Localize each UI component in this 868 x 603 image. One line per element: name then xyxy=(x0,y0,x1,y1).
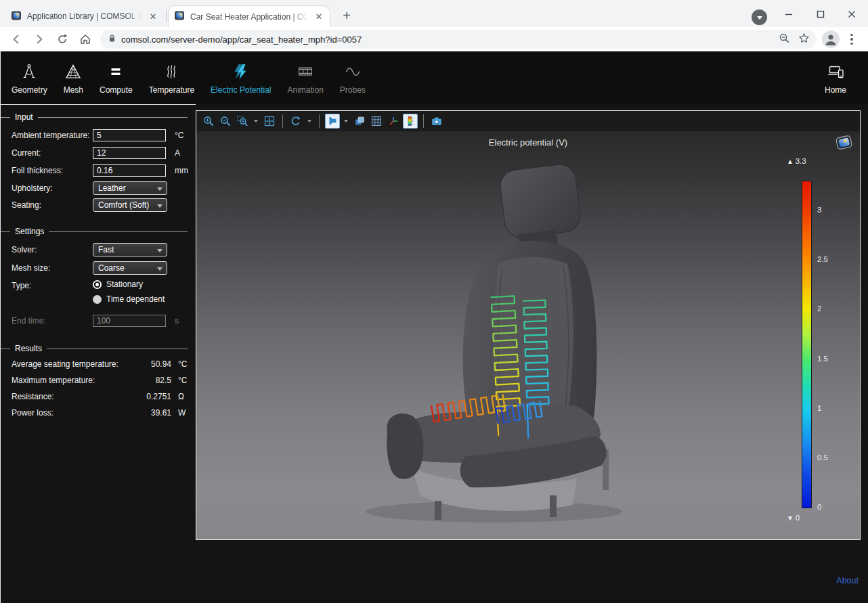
foil-thickness-unit: mm xyxy=(169,166,196,175)
radio-time-dependent[interactable]: Time dependent xyxy=(93,294,196,304)
ribbon-label: Probes xyxy=(340,85,366,95)
back-button[interactable] xyxy=(8,31,24,47)
geometry-compass-icon xyxy=(20,62,38,82)
zoom-box-dropdown-icon[interactable] xyxy=(254,120,258,122)
ambient-temperature-label: Ambient temperature: xyxy=(12,131,93,140)
toolbar-separator xyxy=(423,114,424,128)
graphics-canvas-3d-view[interactable]: Electric potential (V) 3.3 3 2.5 2 1.5 1… xyxy=(196,131,860,539)
reset-view-button[interactable] xyxy=(288,114,303,129)
axis-orientation-button[interactable] xyxy=(386,114,401,129)
result-row-average-temperature: Average seating temperature:50.94°C xyxy=(12,359,192,369)
home-button[interactable] xyxy=(77,31,93,47)
mesh-size-select[interactable]: Coarse xyxy=(93,261,167,275)
current-input[interactable] xyxy=(93,147,166,159)
comsol-favicon-icon xyxy=(174,10,185,23)
ribbon-probes-button: Probes xyxy=(332,58,374,99)
window-close-button[interactable] xyxy=(842,5,862,23)
window-minimize-button[interactable] xyxy=(779,5,799,23)
url-field[interactable]: comsol.com/server-demo/app/car_seat_heat… xyxy=(100,30,817,49)
zoom-out-button[interactable] xyxy=(218,114,233,129)
devices-home-icon xyxy=(825,62,846,82)
colorbar-max-marker: 3.3 xyxy=(787,157,806,165)
lock-icon xyxy=(107,33,117,46)
ribbon-label: Compute xyxy=(100,85,133,95)
transparency-button[interactable] xyxy=(352,114,367,129)
ribbon-label: Geometry xyxy=(12,85,47,95)
result-row-resistance: Resistance:0.2751Ω xyxy=(12,392,192,401)
ribbon-label: Temperature xyxy=(149,85,194,95)
radio-unselected-icon xyxy=(93,295,102,304)
graphics-toolbar xyxy=(196,111,860,131)
tab-car-seat-heater[interactable]: Car Seat Heater Application | CO ✕ xyxy=(168,5,330,27)
colorbar xyxy=(802,181,812,508)
zoom-in-button[interactable] xyxy=(201,114,216,129)
bookmark-star-icon[interactable] xyxy=(798,32,810,47)
toolbar-separator xyxy=(282,114,283,128)
car-seat-3d-model xyxy=(196,131,860,539)
close-tab-icon[interactable]: ✕ xyxy=(313,12,324,22)
chevron-down-icon xyxy=(757,16,762,20)
chevron-down-icon xyxy=(157,267,162,271)
ribbon-geometry-button[interactable]: Geometry xyxy=(3,58,56,99)
ribbon-compute-button[interactable]: Compute xyxy=(91,58,141,99)
comsol-favicon-icon xyxy=(11,10,22,23)
sine-wave-icon xyxy=(344,62,362,82)
snapshot-camera-button[interactable] xyxy=(429,114,444,129)
profile-avatar[interactable] xyxy=(822,30,840,48)
zoom-indicator-icon[interactable] xyxy=(779,32,790,47)
chevron-down-icon xyxy=(157,204,162,208)
ribbon-temperature-button[interactable]: Temperature xyxy=(141,58,202,99)
wireframe-grid-button[interactable] xyxy=(369,114,384,129)
close-tab-icon[interactable]: ✕ xyxy=(148,11,158,22)
window-maximize-button[interactable] xyxy=(810,5,831,23)
compute-equals-icon xyxy=(107,62,125,82)
current-label: Current: xyxy=(12,148,93,158)
ribbon-label: Mesh xyxy=(64,85,83,95)
radio-stationary[interactable]: Stationary xyxy=(93,280,196,289)
zoom-extents-button[interactable] xyxy=(262,114,277,129)
chevron-down-icon xyxy=(157,187,162,191)
ambient-temperature-unit: °C xyxy=(169,131,196,140)
ribbon-label: Electric Potential xyxy=(211,85,271,95)
tab-application-library[interactable]: Application Library | COMSOL Se ✕ xyxy=(5,5,164,27)
result-row-maximum-temperature: Maximum temperature:82.5°C xyxy=(12,376,192,385)
forward-button[interactable] xyxy=(31,31,47,47)
browser-menu-button[interactable] xyxy=(844,31,860,47)
ribbon-home-button[interactable]: Home xyxy=(817,58,854,99)
plot-title: Electric potential (V) xyxy=(196,137,860,148)
ribbon-electric-potential-button[interactable]: Electric Potential xyxy=(202,58,279,99)
url-text: comsol.com/server-demo/app/car_seat_heat… xyxy=(121,35,362,45)
ambient-temperature-input[interactable] xyxy=(93,129,166,141)
seating-label: Seating: xyxy=(12,200,93,210)
about-link[interactable]: About xyxy=(836,576,859,585)
app-ribbon: Geometry Mesh Compute Temperature Electr… xyxy=(1,51,868,104)
tab-title: Car Seat Heater Application | CO xyxy=(190,12,308,22)
tab-search-button[interactable] xyxy=(752,9,767,25)
new-tab-button[interactable]: + xyxy=(337,6,356,25)
zoom-box-button[interactable] xyxy=(235,114,250,129)
address-bar: comsol.com/server-demo/app/car_seat_heat… xyxy=(0,27,868,51)
end-time-unit: s xyxy=(169,316,196,326)
mesh-triangle-icon xyxy=(64,62,82,82)
colorbar-tick: 0 xyxy=(817,503,821,511)
color-legend-button[interactable] xyxy=(403,114,418,129)
upholstery-label: Upholstery: xyxy=(12,183,93,193)
type-label: Type: xyxy=(12,280,93,290)
solver-select[interactable]: Fast xyxy=(93,243,167,256)
upholstery-select[interactable]: Leather xyxy=(93,181,167,195)
scene-light-button[interactable] xyxy=(325,114,340,129)
seating-select[interactable]: Comfort (Soft) xyxy=(93,198,167,212)
result-row-power-loss: Power loss:39.61W xyxy=(12,408,192,418)
ribbon-mesh-button[interactable]: Mesh xyxy=(56,58,91,99)
foil-thickness-input[interactable] xyxy=(93,164,166,177)
colorbar-tick: 1.5 xyxy=(817,355,828,363)
scene-light-dropdown-icon[interactable] xyxy=(344,120,348,122)
toolbar-separator xyxy=(319,114,320,128)
chevron-down-icon xyxy=(157,249,162,252)
colorbar-tick: 0.5 xyxy=(817,453,828,462)
input-group-legend: Input xyxy=(1,112,188,122)
reset-view-dropdown-icon[interactable] xyxy=(307,120,311,122)
foil-thickness-label: Foil thickness: xyxy=(12,166,93,175)
tab-strip: Application Library | COMSOL Se ✕ Car Se… xyxy=(0,0,868,27)
reload-button[interactable] xyxy=(54,31,70,47)
